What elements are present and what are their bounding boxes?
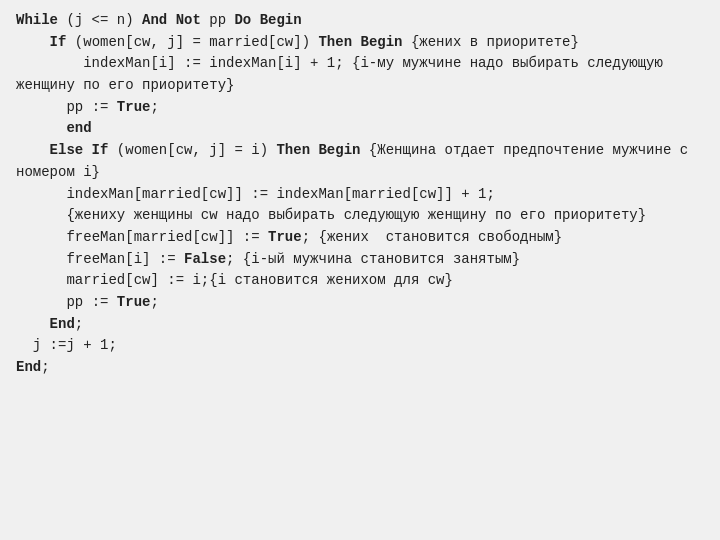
code-line: While (j <= n) And Not pp Do Begin bbox=[16, 10, 704, 32]
code-line: freeMan[married[cw]] := True; {жених ста… bbox=[16, 227, 704, 249]
code-line: End; bbox=[16, 314, 704, 336]
code-line: Else If (women[cw, j] = i) Then Begin {Ж… bbox=[16, 140, 704, 183]
code-line: If (women[cw, j] = married[cw]) Then Beg… bbox=[16, 32, 704, 54]
code-line: freeMan[i] := False; {i-ый мужчина стано… bbox=[16, 249, 704, 271]
code-line: pp := True; bbox=[16, 292, 704, 314]
code-container: While (j <= n) And Not pp Do Begin If (w… bbox=[0, 0, 720, 540]
code-line: indexMan[married[cw]] := indexMan[marrie… bbox=[16, 184, 704, 206]
code-line: End; bbox=[16, 357, 704, 379]
code-line: end bbox=[16, 118, 704, 140]
code-line: indexMan[i] := indexMan[i] + 1; {i-му му… bbox=[16, 53, 704, 96]
code-line: pp := True; bbox=[16, 97, 704, 119]
code-line: j :=j + 1; bbox=[16, 335, 704, 357]
code-block: While (j <= n) And Not pp Do Begin If (w… bbox=[16, 10, 704, 379]
code-line: {жениху женщины cw надо выбирать следующ… bbox=[16, 205, 704, 227]
code-line: married[cw] := i;{i становится женихом д… bbox=[16, 270, 704, 292]
